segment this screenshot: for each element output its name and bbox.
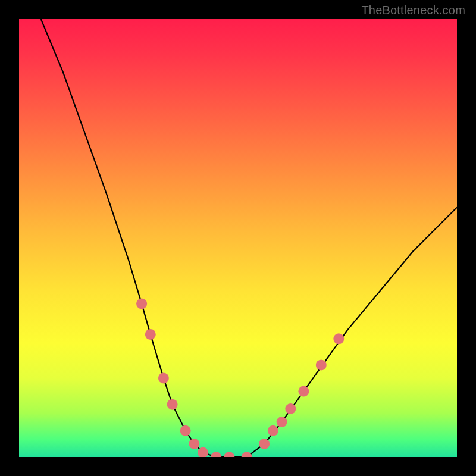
curve-svg	[19, 19, 457, 457]
curve-marker	[136, 298, 147, 309]
bottleneck-curve	[41, 19, 457, 457]
curve-marker	[298, 386, 309, 397]
curve-marker	[167, 399, 178, 410]
curve-marker	[316, 359, 327, 370]
curve-marker	[145, 329, 156, 340]
curve-marker	[259, 439, 270, 449]
curve-marker	[277, 416, 287, 427]
curve-marker	[189, 439, 199, 449]
chart-frame: TheBottleneck.com	[0, 0, 476, 476]
curve-marker	[180, 425, 191, 436]
curve-marker	[242, 452, 252, 457]
plot-area	[19, 19, 457, 457]
curve-marker	[158, 373, 169, 384]
curve-marker	[333, 333, 344, 344]
curve-marker	[211, 452, 221, 457]
curve-marker	[268, 425, 278, 436]
curve-marker	[285, 403, 296, 414]
curve-marker	[224, 452, 234, 457]
watermark-text: TheBottleneck.com	[361, 4, 465, 17]
